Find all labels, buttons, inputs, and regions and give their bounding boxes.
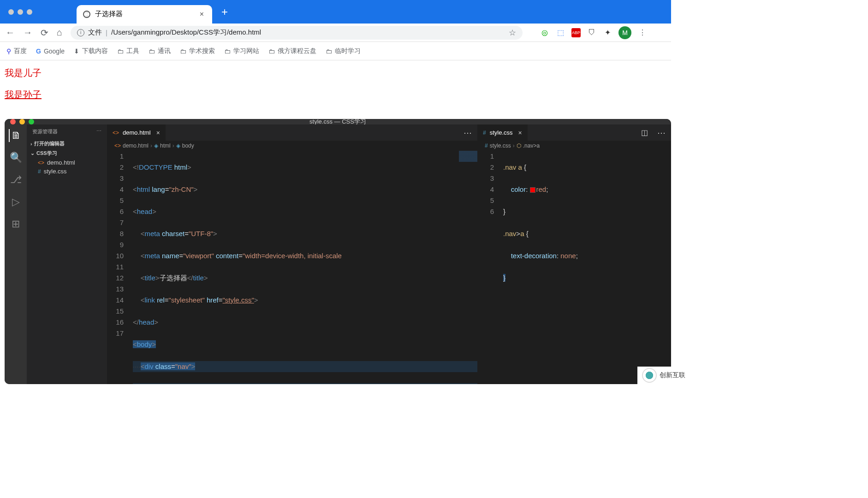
window-controls: [5, 9, 32, 15]
vscode-window: style.css — CSS学习 🗎 🔍 ⎇ ▷ ⊞ ◯ ⚙ 资源管理器 ⋯ …: [5, 119, 671, 384]
info-icon[interactable]: i: [77, 29, 84, 36]
debug-icon[interactable]: ▷: [9, 196, 22, 208]
more-icon[interactable]: ⋯: [96, 128, 101, 135]
split-icon[interactable]: ◫: [637, 125, 652, 141]
url-path: /Users/ganmingpro/Desktop/CSS学习/demo.htm…: [111, 28, 261, 37]
html-icon: <>: [113, 130, 119, 136]
tag-icon: ◈: [176, 142, 180, 149]
chevron-right-icon: ›: [30, 141, 32, 147]
ext-icon[interactable]: ◎: [540, 28, 549, 37]
bookmark-item[interactable]: GGoogle: [36, 47, 65, 55]
search-icon[interactable]: 🔍: [9, 151, 22, 164]
editor-tabs: <> demo.html × ⋯: [107, 125, 477, 141]
css-icon: #: [483, 130, 486, 136]
vscode-titlebar: style.css — CSS学习: [5, 119, 671, 125]
ext-icon-2[interactable]: ⛉: [587, 28, 596, 37]
breadcrumb[interactable]: <> demo.html› ◈ html› ◈ body: [107, 141, 477, 151]
watermark-logo-icon: [642, 368, 657, 383]
forward-icon[interactable]: →: [23, 27, 32, 38]
min-dot[interactable]: [19, 119, 25, 125]
chevron-down-icon: ⌄: [30, 150, 35, 156]
close-dot[interactable]: [8, 9, 14, 15]
browser-tab[interactable]: 子选择器 ×: [77, 5, 212, 24]
url-field[interactable]: i 文件 | /Users/ganmingpro/Desktop/CSS学习/d…: [71, 26, 523, 40]
min-dot[interactable]: [18, 9, 23, 15]
breadcrumb[interactable]: # style.css› ⬡ .nav>a: [477, 141, 671, 151]
profile-avatar[interactable]: M: [618, 26, 631, 39]
max-dot[interactable]: [27, 9, 32, 15]
link-son[interactable]: 我是儿子: [5, 67, 666, 79]
star-icon[interactable]: ☆: [509, 28, 516, 38]
tab-title: 子选择器: [95, 10, 198, 18]
browser-tab-strip: 子选择器 × +: [0, 0, 671, 24]
extensions-icon[interactable]: ⊞: [9, 218, 22, 231]
open-editors-section[interactable]: ›打开的编辑器: [27, 139, 107, 148]
html-icon: <>: [114, 142, 121, 149]
css-icon: #: [485, 142, 488, 149]
browser-window: 子选择器 × + ← → ⟳ ⌂ i 文件 | /Users/ganmingpr…: [0, 0, 671, 115]
bookmark-folder[interactable]: 🗀学术搜索: [180, 47, 215, 55]
bookmark-folder[interactable]: 🗀工具: [117, 47, 139, 55]
selector-icon: ⬡: [517, 142, 521, 149]
source-control-icon[interactable]: ⎇: [9, 173, 22, 186]
bookmark-folder[interactable]: 🗀俄方课程云盘: [268, 47, 316, 55]
back-icon[interactable]: ←: [6, 27, 15, 38]
bookmarks-bar: ⚲百度 GGoogle ⬇下载内容 🗀工具 🗀通讯 🗀学术搜索 🗀学习网站 🗀俄…: [0, 42, 671, 60]
home-icon[interactable]: ⌂: [57, 27, 62, 38]
bookmark-item[interactable]: ⬇下载内容: [74, 47, 108, 55]
translate-icon[interactable]: ⬚: [556, 28, 565, 37]
watermark: 创新互联: [637, 367, 868, 384]
code-lines: <!DOCTYPE html> <html lang="zh-CN"> <hea…: [133, 151, 477, 384]
menu-icon[interactable]: ⋮: [638, 28, 647, 37]
bookmark-folder[interactable]: 🗀临时学习: [326, 47, 361, 55]
gutter: 1234567891011121314151617: [107, 151, 133, 384]
folder-section[interactable]: ⌄CSS学习: [27, 148, 107, 158]
code-area[interactable]: 1234567891011121314151617 <!DOCTYPE html…: [107, 151, 477, 384]
reload-icon[interactable]: ⟳: [41, 27, 48, 38]
page-content: 我是儿子 我是孙子: [0, 60, 671, 107]
editor-right: # style.css × ◫ ⋯ # style.css› ⬡ .nav>a: [477, 125, 671, 384]
activity-bar: 🗎 🔍 ⎇ ▷ ⊞ ◯ ⚙: [5, 125, 27, 384]
bookmark-folder[interactable]: 🗀通讯: [149, 47, 171, 55]
editor-left: <> demo.html × ⋯ <> demo.html› ◈ html› ◈…: [107, 125, 477, 384]
editor-tab[interactable]: <> demo.html ×: [107, 125, 166, 141]
code-lines: .nav a { color: red; } .nav>a { text-dec…: [503, 151, 671, 384]
tag-icon: ◈: [154, 142, 158, 149]
editor-tab[interactable]: # style.css ×: [477, 125, 528, 141]
editor-tabs: # style.css × ◫ ⋯: [477, 125, 671, 141]
minimap[interactable]: [459, 151, 477, 206]
max-dot[interactable]: [29, 119, 34, 125]
more-icon[interactable]: ⋯: [652, 125, 671, 141]
bookmark-item[interactable]: ⚲百度: [6, 47, 27, 55]
globe-icon: [83, 11, 90, 18]
extension-icons: ◎ ⬚ ABP ⛉ ✦ M ⋮: [540, 26, 647, 39]
link-grandson[interactable]: 我是孙子: [5, 89, 666, 101]
url-prefix: 文件: [88, 28, 102, 37]
window-controls: [10, 119, 34, 125]
file-item[interactable]: #style.css: [27, 167, 107, 176]
close-icon[interactable]: ×: [517, 129, 522, 136]
explorer-icon[interactable]: 🗎: [9, 129, 22, 142]
puzzle-icon[interactable]: ✦: [603, 28, 612, 37]
gutter: 123456: [477, 151, 503, 384]
url-bar: ← → ⟳ ⌂ i 文件 | /Users/ganmingpro/Desktop…: [0, 24, 671, 42]
code-area[interactable]: 123456 .nav a { color: red; } .nav>a { t…: [477, 151, 671, 384]
more-icon[interactable]: ⋯: [458, 125, 477, 141]
new-tab-button[interactable]: +: [221, 6, 228, 18]
abp-icon[interactable]: ABP: [571, 28, 581, 37]
close-dot[interactable]: [10, 119, 16, 125]
sidebar-header: 资源管理器 ⋯: [27, 125, 107, 139]
file-item[interactable]: <>demo.html: [27, 158, 107, 167]
sidebar: 资源管理器 ⋯ ›打开的编辑器 ⌄CSS学习 <>demo.html #styl…: [27, 125, 107, 384]
tab-close-icon[interactable]: ×: [198, 10, 206, 18]
close-icon[interactable]: ×: [155, 129, 160, 136]
bookmark-folder[interactable]: 🗀学习网站: [224, 47, 259, 55]
